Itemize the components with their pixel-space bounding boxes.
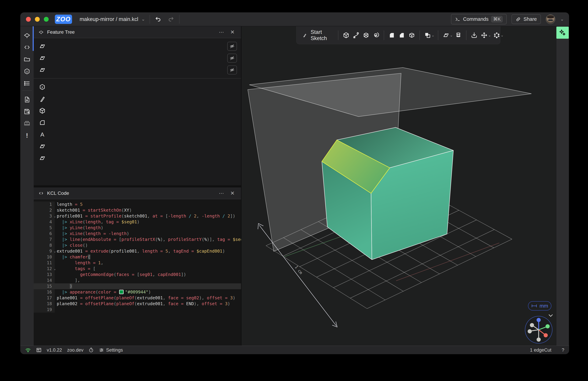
code-line-12[interactable]: 12⌄ tags = [ (34, 266, 241, 272)
plane-button[interactable] (441, 30, 451, 40)
toggle-visibility-button[interactable] (227, 42, 237, 51)
feature-row-default-plane[interactable] (34, 52, 241, 64)
feature-tree-close-button[interactable]: ✕ (229, 29, 236, 35)
insert-button[interactable] (469, 30, 479, 40)
code-line-8[interactable]: 8 |> close() (34, 242, 241, 248)
sidebar-item-machines[interactable] (22, 118, 32, 129)
undo-button[interactable] (154, 16, 162, 23)
sidebar-item-project-files[interactable] (22, 54, 32, 64)
gizmo-y-axis[interactable] (546, 324, 550, 328)
transform-button[interactable] (479, 30, 489, 40)
helix-button[interactable] (453, 30, 463, 40)
zoom-window-button[interactable] (44, 17, 49, 22)
network-status-button[interactable] (25, 347, 31, 353)
user-avatar[interactable] (546, 14, 555, 24)
sidebar-item-variables[interactable]: x (22, 66, 32, 77)
kcl-close-button[interactable]: ✕ (229, 190, 236, 196)
commands-button[interactable]: Commands ⌘K (451, 14, 507, 24)
feature-row-offset-plane[interactable] (34, 152, 241, 164)
revolve-button[interactable] (371, 30, 381, 40)
code-line-10[interactable]: 10 |> chamfer( (34, 254, 241, 260)
settings-button[interactable]: Settings (99, 347, 123, 353)
code-line-16[interactable]: 16 |> appearance(color = "#009944") (34, 289, 241, 295)
unit-badge[interactable]: mm (528, 301, 551, 311)
redo-button[interactable] (167, 16, 175, 23)
toggle-visibility-button[interactable] (227, 54, 237, 63)
sidebar-item-logs[interactable] (22, 78, 32, 88)
project-title[interactable]: makeup-mirror / main.kcl ⌄ (80, 16, 145, 22)
report-icon: ! (26, 132, 28, 139)
kcl-menu-button[interactable]: ⋯ (218, 190, 225, 196)
gizmo-neg-axis[interactable] (537, 338, 541, 342)
gizmo-neg-axis[interactable] (528, 329, 532, 333)
code-line-19[interactable]: 19 (34, 307, 241, 313)
sidebar-item-feature-tree[interactable] (22, 30, 32, 41)
code-line-4[interactable]: 4 |> xLine(length, tag = $seg01) (34, 219, 241, 225)
viewport-3d[interactable]: 1 cm Start Sketch 2⌄⌄⌄⌄ (241, 26, 556, 346)
code-line-5[interactable]: 5 |> yLine(length) (34, 225, 241, 231)
code-line-2[interactable]: 2sketch001 = startSketchOn(XY) (34, 207, 241, 213)
sidebar-item-kcl-code[interactable] (22, 42, 32, 52)
feature-row-chamfer[interactable] (34, 117, 241, 128)
fold-chevron-icon[interactable]: ⌄ (54, 248, 56, 254)
revolve-icon (373, 32, 379, 39)
code-line-3[interactable]: 3⌄profile001 = startProfile(sketch001, a… (34, 213, 241, 219)
loft-button[interactable] (361, 30, 371, 40)
feature-row-default-plane[interactable] (34, 40, 241, 52)
feature-row-appearance[interactable]: A (34, 128, 241, 140)
code-text: tags = [ (55, 266, 96, 272)
plane-icon (39, 66, 46, 73)
chevron-down-icon[interactable]: ⌄ (501, 33, 504, 37)
feature-row-offset-plane[interactable] (34, 140, 241, 152)
gizmo-z-axis[interactable] (537, 318, 541, 322)
sidebar-item-report-issue[interactable]: ! (22, 130, 32, 141)
orientation-gizmo[interactable] (525, 316, 553, 344)
feature-row-parameter[interactable]: x (34, 81, 241, 93)
timer-button[interactable] (88, 347, 94, 353)
fold-chevron-icon[interactable]: ⌄ (54, 266, 56, 272)
chevron-down-icon[interactable]: ⌄ (488, 33, 491, 37)
boolean-button[interactable] (423, 30, 433, 40)
zoo-dev-link[interactable]: zoo.dev (67, 347, 84, 353)
code-text: |> close() (55, 242, 88, 248)
chevron-down-icon[interactable]: ⌄ (450, 33, 453, 37)
pattern-button[interactable] (492, 30, 502, 40)
code-line-14[interactable]: 14 ], (34, 277, 241, 283)
code-line-9[interactable]: 9⌄extrude001 = extrude(profile001, lengt… (34, 248, 241, 254)
close-window-button[interactable] (26, 17, 31, 22)
start-sketch-button[interactable]: Start Sketch (302, 29, 334, 42)
code-line-15[interactable]: 15 ) (34, 283, 241, 289)
sweep-button[interactable] (351, 30, 361, 40)
code-line-13[interactable]: 13 getCommonEdge(faces = [seg01, capEnd0… (34, 272, 241, 277)
code-line-17[interactable]: 17plane001 = offsetPlane(planeOf(extrude… (34, 295, 241, 301)
feature-tree-menu-button[interactable]: ⋯ (218, 29, 225, 35)
help-button[interactable]: ? (562, 347, 564, 353)
extrude-001-solid[interactable] (322, 127, 453, 260)
code-line-1[interactable]: 1length = 5 (34, 202, 241, 207)
line-number: 3⌄ (34, 213, 55, 219)
feature-row-sketch[interactable] (34, 93, 241, 105)
kcl-code-editor[interactable]: 1length = 52sketch001 = startSketchOn(XY… (34, 199, 241, 346)
gizmo-x-axis[interactable] (544, 333, 548, 337)
extrude-button[interactable] (341, 30, 351, 40)
gizmo-neg-axis[interactable] (530, 323, 534, 327)
toggle-visibility-button[interactable] (227, 65, 237, 74)
text-to-cad-button[interactable] (556, 27, 569, 39)
chamfer-solid-button[interactable] (397, 30, 407, 40)
shell-button[interactable]: 2 (407, 30, 417, 40)
fold-chevron-icon[interactable]: ⌄ (54, 213, 56, 219)
fillet-button[interactable] (387, 30, 397, 40)
user-menu-chevron-icon[interactable]: ⌄ (560, 17, 564, 22)
sidebar-item-save[interactable] (22, 106, 32, 117)
minimize-window-button[interactable] (35, 17, 40, 22)
code-line-6[interactable]: 6 |> xLine(length = -length) (34, 231, 241, 236)
chevron-down-icon[interactable]: ⌄ (432, 33, 435, 37)
feature-row-default-plane[interactable] (34, 64, 241, 76)
code-line-11[interactable]: 11 length = 1, (34, 260, 241, 266)
code-line-7[interactable]: 7 |> line(endAbsolute = [profileStartX(%… (34, 236, 241, 242)
code-line-18[interactable]: 18plane002 = offsetPlane(planeOf(extrude… (34, 301, 241, 307)
share-button[interactable]: Share (511, 14, 541, 24)
feature-row-extrude[interactable] (34, 105, 241, 117)
sidebar-item-export[interactable] (22, 94, 32, 105)
machine-status-button[interactable] (36, 347, 42, 353)
